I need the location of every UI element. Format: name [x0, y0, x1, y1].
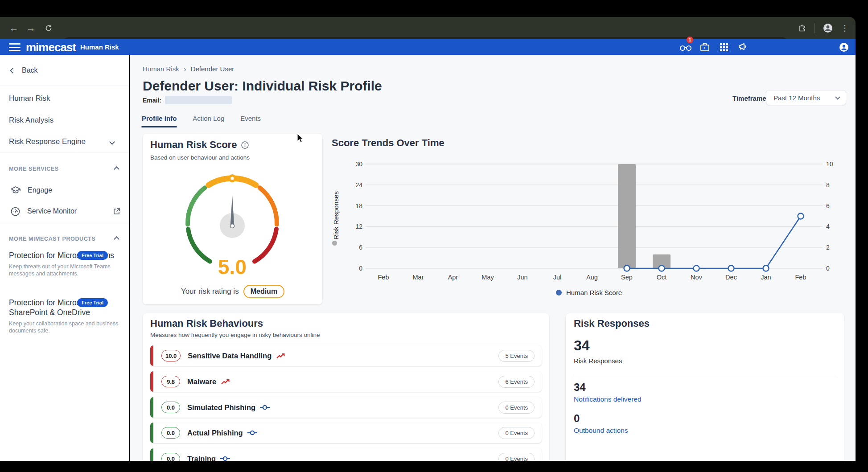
risk-responses-total: 34 [574, 337, 590, 354]
timeframe-dropdown[interactable]: Past 12 Months [766, 90, 846, 105]
behaviour-row-actual-phishing[interactable]: 0.0 Actual Phishing 0 Events [150, 423, 542, 443]
svg-text:12: 12 [355, 223, 362, 230]
product-description: Keep your collaboration space and busine… [9, 320, 120, 334]
sidebar-back-button[interactable]: Back [0, 62, 129, 78]
timeframe-value: Past 12 Months [773, 94, 820, 102]
sidebar-item-label: Risk Analysis [9, 116, 53, 125]
megaphone-icon[interactable] [738, 39, 749, 55]
toolbar-separator [815, 23, 815, 33]
chart-title: Score Trends Over Time [332, 137, 444, 149]
appbar: mimecast Human Risk 1 [0, 39, 856, 55]
mouse-cursor [297, 134, 305, 144]
legend-label: Human Risk Score [566, 289, 622, 296]
bar-series-legend-dot [332, 241, 337, 246]
tab-bar: Profile Info Action Log Events [142, 115, 261, 127]
sidebar-item-label: Human Risk [9, 94, 50, 103]
svg-text:6: 6 [826, 202, 830, 209]
external-link-icon [113, 208, 120, 215]
timeframe-label: Timeframe: [732, 94, 769, 102]
info-icon[interactable] [241, 141, 249, 149]
notifications-count: 34 [574, 381, 586, 394]
sidebar-item-risk-response-engine[interactable]: Risk Response Engine [0, 134, 129, 149]
behaviour-row-malware[interactable]: 9.8 Malware 6 Events [150, 371, 542, 392]
tab-events[interactable]: Events [240, 115, 261, 127]
browser-menu-icon[interactable]: ⋮ [841, 23, 849, 33]
account-icon[interactable] [839, 39, 849, 55]
risk-rating-row: Your risk rating is Medium [150, 285, 315, 298]
svg-text:24: 24 [355, 181, 362, 189]
service-label: Engage [28, 186, 120, 194]
svg-text:Jun: Jun [517, 274, 527, 281]
browser-profile-icon[interactable] [823, 23, 833, 33]
screen-bottom-bezel [0, 461, 868, 472]
briefcase-icon[interactable] [700, 39, 710, 55]
product-teams[interactable]: Protection for Microsoft Teams Free Tria… [9, 250, 120, 277]
outbound-count: 0 [574, 412, 580, 425]
risk-responses-card: Risk Responses 34 Risk Responses 34 Noti… [566, 313, 844, 467]
more-products-header[interactable]: MORE MIMECAST PRODUCTS [0, 233, 129, 245]
apps-grid-icon[interactable] [720, 39, 728, 55]
line-series-legend-dot [556, 290, 562, 296]
behaviour-row-sensitive-data[interactable]: 10.0 Sensitive Data Handling 5 Events [150, 345, 542, 366]
service-monitor-gauge-icon [11, 207, 20, 216]
section-label: MORE SERVICES [9, 166, 59, 172]
mimecast-logo: mimecast [26, 41, 76, 54]
severity-stripe [150, 371, 153, 392]
email-row: Email: [143, 96, 232, 104]
svg-text:Aug: Aug [586, 274, 598, 281]
sidebar-item-engage[interactable]: Engage [0, 183, 129, 197]
sidebar-item-human-risk[interactable]: Human Risk [0, 91, 129, 106]
sidebar-item-label: Risk Response Engine [9, 137, 86, 146]
outbound-actions-link[interactable]: Outbound actions [574, 427, 628, 435]
behaviour-label: Actual Phishing [187, 429, 243, 437]
product-sharepoint[interactable]: Protection for Microsoft SharePoint & On… [9, 298, 120, 334]
score-card-title: Human Risk Score [150, 139, 237, 151]
score-card-subtitle: Based on user behaviour and actions [150, 154, 250, 161]
severity-stripe [150, 397, 153, 418]
extensions-icon[interactable] [798, 24, 807, 33]
more-services-header[interactable]: MORE SERVICES [0, 163, 129, 175]
svg-text:10: 10 [826, 160, 833, 168]
risk-score-value: 5.0 [174, 255, 290, 279]
notifications-delivered-link[interactable]: Notifications delivered [574, 395, 642, 403]
screenshot-stage: ← → login-dev.mimecast-dev.com/admin/eng… [0, 0, 868, 472]
graduation-cap-icon [11, 186, 21, 194]
browser-toolbar: ← → login-dev.mimecast-dev.com/admin/eng… [0, 17, 856, 39]
behaviours-subtitle: Measures how frequently you engage in ri… [150, 332, 320, 338]
behaviour-score-badge: 9.8 [161, 376, 180, 387]
trend-steady-icon [247, 430, 257, 436]
chevron-up-icon [114, 236, 119, 242]
behaviours-title: Human Risk Behaviours [150, 318, 320, 329]
svg-text:Oct: Oct [657, 274, 667, 281]
behaviour-score-badge: 0.0 [161, 402, 180, 413]
risk-responses-total-label: Risk Responses [574, 357, 622, 365]
svg-text:0: 0 [359, 265, 362, 272]
sidebar-item-service-monitor[interactable]: Service Monitor [0, 204, 129, 218]
svg-text:Jan: Jan [761, 274, 771, 281]
free-trial-badge: Free Trial [77, 251, 108, 260]
sidebar-item-risk-analysis[interactable]: Risk Analysis [0, 113, 129, 128]
card-divider [574, 375, 836, 375]
hamburger-menu-icon[interactable] [9, 43, 21, 51]
tab-profile-info[interactable]: Profile Info [142, 115, 177, 127]
svg-text:Feb: Feb [795, 274, 806, 281]
browser-forward-icon[interactable]: → [23, 17, 38, 39]
back-label: Back [22, 66, 38, 74]
rating-prefix: Your risk rating is [181, 287, 239, 296]
tab-action-log[interactable]: Action Log [193, 115, 224, 127]
events-badge: 0 Events [498, 402, 535, 414]
glasses-icon[interactable]: 1 [679, 39, 693, 55]
svg-text:4: 4 [826, 223, 830, 230]
events-badge: 6 Events [498, 376, 535, 388]
chevron-down-icon [835, 94, 840, 99]
behaviour-row-simulated-phishing[interactable]: 0.0 Simulated Phishing 0 Events [150, 397, 542, 418]
appbar-product-name: Human Risk [80, 43, 119, 51]
svg-text:Mar: Mar [413, 274, 424, 281]
trend-up-icon [221, 378, 230, 385]
browser-reload-icon[interactable] [41, 17, 56, 39]
breadcrumb-human-risk[interactable]: Human Risk [143, 65, 179, 73]
email-label: Email: [143, 97, 161, 104]
svg-text:30: 30 [355, 160, 362, 168]
browser-back-icon[interactable]: ← [6, 17, 21, 39]
behaviour-label: Sensitive Data Handling [188, 352, 272, 360]
